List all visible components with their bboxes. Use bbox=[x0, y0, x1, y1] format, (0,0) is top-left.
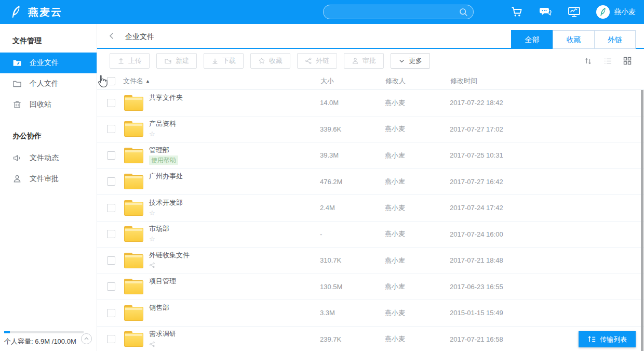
list-view-icon[interactable] bbox=[603, 57, 612, 66]
file-modified-time: 2017-06-23 16:55 bbox=[450, 283, 644, 291]
collapse-storage-button[interactable] bbox=[81, 333, 92, 344]
row-checkbox[interactable] bbox=[107, 309, 115, 317]
file-badge bbox=[149, 287, 320, 296]
sidebar-section-title: 办公协作 bbox=[0, 119, 97, 148]
file-badge bbox=[149, 103, 320, 112]
download-icon bbox=[211, 57, 219, 64]
folder-icon bbox=[124, 279, 143, 294]
file-size: 39.3M bbox=[320, 151, 385, 159]
table-row[interactable]: 市场部 ☆ - 燕小麦 2017-07-24 16:00 bbox=[97, 222, 644, 248]
vertical-scrollbar[interactable] bbox=[641, 90, 643, 351]
transfer-list-button[interactable]: 传输列表 bbox=[579, 331, 636, 347]
folder-icon bbox=[124, 200, 143, 216]
file-name[interactable]: 销售部 bbox=[149, 304, 320, 312]
row-checkbox[interactable] bbox=[107, 335, 115, 343]
toolbar-button[interactable]: 上传 bbox=[110, 53, 150, 69]
chat-icon[interactable] bbox=[539, 6, 552, 18]
column-header-size[interactable]: 大小 bbox=[320, 76, 385, 86]
row-checkbox[interactable] bbox=[107, 151, 115, 160]
file-table-body: 共享文件夹 14.0M 燕小麦 2017-07-22 18:42 产品资料 ☆ … bbox=[97, 90, 644, 351]
file-name[interactable]: 外链收集文件 bbox=[149, 251, 320, 259]
file-name[interactable]: 市场部 bbox=[149, 225, 320, 233]
activity-speaker-icon bbox=[12, 153, 22, 163]
file-size: 3.3M bbox=[320, 309, 385, 317]
trash-icon bbox=[12, 100, 22, 109]
table-row[interactable]: 外链收集文件 310.7K 燕小麦 2017-07-21 18:48 bbox=[97, 248, 644, 274]
row-checkbox[interactable] bbox=[107, 256, 115, 265]
user-menu[interactable]: 燕小麦 bbox=[596, 5, 636, 19]
toolbar-button[interactable]: 下载 bbox=[204, 53, 244, 69]
file-name[interactable]: 项目管理 bbox=[149, 277, 320, 285]
file-modified-time: 2017-07-27 17:02 bbox=[450, 125, 644, 133]
cart-icon[interactable] bbox=[511, 6, 523, 18]
favorite-star-icon: ☆ bbox=[149, 235, 320, 243]
file-modified-time: 2017-07-22 18:42 bbox=[450, 99, 644, 107]
column-header-modified[interactable]: 修改时间 bbox=[450, 76, 644, 86]
filter-tab[interactable]: 外链 bbox=[594, 30, 636, 49]
table-row[interactable]: 广州办事处 476.2M 燕小麦 2017-07-27 16:42 bbox=[97, 169, 644, 196]
column-header-name[interactable]: 文件名 bbox=[123, 76, 143, 86]
folder-icon bbox=[124, 148, 143, 163]
search-input[interactable] bbox=[326, 8, 459, 16]
file-name[interactable]: 产品资料 bbox=[149, 120, 320, 128]
personal-folder-icon bbox=[12, 79, 22, 88]
select-all-checkbox[interactable] bbox=[107, 77, 115, 85]
app-title: 燕麦云 bbox=[28, 5, 62, 19]
leaf-avatar-icon bbox=[599, 7, 607, 17]
toolbar-button[interactable]: 更多 bbox=[391, 53, 430, 69]
file-modifier: 燕小麦 bbox=[385, 98, 450, 108]
file-modifier: 燕小麦 bbox=[385, 282, 450, 291]
file-size: 310.7K bbox=[320, 256, 385, 264]
monitor-chart-icon[interactable] bbox=[568, 6, 581, 18]
row-checkbox[interactable] bbox=[107, 230, 115, 238]
toolbar-button[interactable]: 外链 bbox=[297, 53, 337, 69]
sort-icon[interactable] bbox=[584, 57, 593, 66]
file-name[interactable]: 需求调研 bbox=[149, 330, 320, 338]
column-header-modifier[interactable]: 修改人 bbox=[385, 76, 450, 86]
sidebar-item[interactable]: 个人文件 bbox=[0, 73, 97, 94]
table-row[interactable]: 项目管理 130.5M 燕小麦 2017-06-23 16:55 bbox=[97, 274, 644, 301]
file-modifier: 燕小麦 bbox=[385, 177, 450, 186]
file-badge bbox=[149, 314, 320, 322]
upload-icon bbox=[117, 57, 125, 64]
file-name[interactable]: 广州办事处 bbox=[149, 172, 320, 180]
sidebar-sections: 文件管理 企业文件 个人文件 回收站 办公协作 文件动态 文件审批 bbox=[0, 24, 97, 189]
sidebar-item[interactable]: 文件审批 bbox=[0, 168, 97, 189]
back-arrow-icon[interactable] bbox=[108, 31, 117, 41]
search-box[interactable] bbox=[323, 5, 474, 19]
row-checkbox[interactable] bbox=[107, 125, 115, 133]
table-row[interactable]: 需求调研 239.7K 燕小麦 2017-07-21 16:58 bbox=[97, 327, 644, 351]
toolbar-button[interactable]: 新建 bbox=[156, 53, 197, 69]
app-logo[interactable]: 燕麦云 bbox=[0, 5, 104, 19]
star-icon bbox=[258, 57, 265, 64]
row-checkbox[interactable] bbox=[107, 99, 115, 107]
file-name[interactable]: 管理部 bbox=[149, 146, 320, 154]
table-row[interactable]: 共享文件夹 14.0M 燕小麦 2017-07-22 18:42 bbox=[97, 90, 644, 116]
row-checkbox[interactable] bbox=[107, 177, 115, 186]
file-modifier: 燕小麦 bbox=[385, 124, 450, 134]
toolbar-button[interactable]: 审批 bbox=[344, 53, 384, 69]
grid-view-icon[interactable] bbox=[623, 57, 632, 65]
sidebar-item[interactable]: 企业文件 bbox=[0, 53, 97, 73]
folder-icon bbox=[124, 121, 143, 137]
file-name[interactable]: 技术开发部 bbox=[149, 199, 320, 207]
table-row[interactable]: 管理部 使用帮助 39.3M 燕小麦 2017-07-25 10:31 bbox=[97, 142, 644, 169]
table-row[interactable]: 销售部 3.3M 燕小麦 2015-01-15 15:49 bbox=[97, 300, 644, 327]
file-size: 239.7K bbox=[320, 335, 385, 343]
file-name[interactable]: 共享文件夹 bbox=[149, 94, 320, 102]
sidebar-section: 办公协作 文件动态 文件审批 bbox=[0, 119, 97, 189]
table-row[interactable]: 产品资料 ☆ 339.6K 燕小麦 2017-07-27 17:02 bbox=[97, 116, 644, 143]
sidebar-item[interactable]: 文件动态 bbox=[0, 148, 97, 168]
shared-link-icon bbox=[149, 261, 320, 270]
storage-progress-fill bbox=[4, 331, 10, 333]
row-checkbox[interactable] bbox=[107, 204, 115, 212]
filter-tab[interactable]: 全部 bbox=[511, 30, 553, 49]
toolbar-button[interactable]: 收藏 bbox=[250, 53, 290, 69]
header-actions: 燕小麦 bbox=[511, 0, 636, 24]
sidebar-item[interactable]: 回收站 bbox=[0, 94, 97, 115]
table-row[interactable]: 技术开发部 ☆ 2.4M 燕小麦 2017-07-24 17:42 bbox=[97, 195, 644, 222]
row-checkbox[interactable] bbox=[107, 282, 115, 291]
breadcrumb-title: 企业文件 bbox=[125, 32, 154, 42]
filter-tab[interactable]: 收藏 bbox=[553, 30, 594, 49]
search-icon[interactable] bbox=[459, 8, 468, 17]
